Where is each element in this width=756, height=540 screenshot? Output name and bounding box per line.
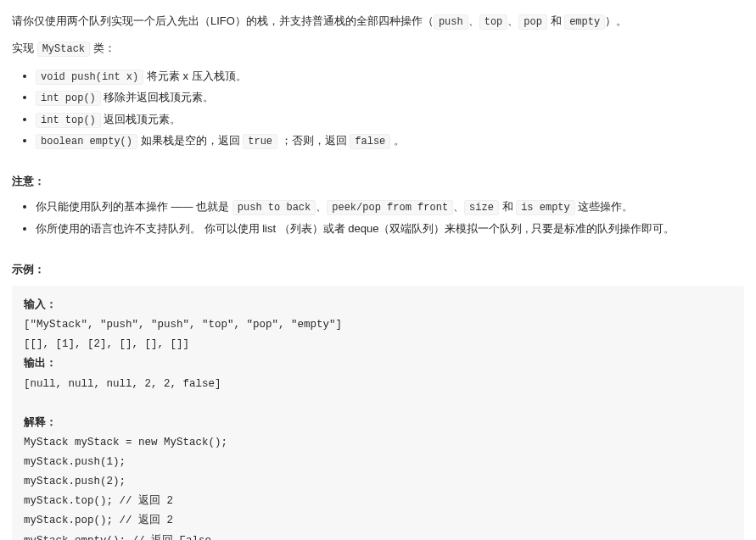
text: 类：: [90, 42, 115, 54]
example-line: myStack.push(2);: [24, 476, 126, 487]
example-line: myStack.empty(); // 返回 False: [24, 535, 211, 540]
text: 实现: [12, 42, 37, 54]
example-line: [[], [1], [2], [], [], []]: [24, 338, 189, 350]
example-line: MyStack myStack = new MyStack();: [24, 437, 227, 448]
list-item: 你所使用的语言也许不支持队列。 你可以使用 list （列表）或者 deque（…: [36, 220, 744, 238]
method-sig: int top(): [36, 113, 101, 128]
text: 、: [507, 14, 518, 27]
text: 。: [390, 134, 405, 147]
methods-list: void push(int x) 将元素 x 压入栈顶。 int pop() 移…: [12, 67, 744, 151]
input-label: 输入：: [24, 299, 57, 311]
output-label: 输出：: [24, 358, 57, 370]
method-sig: int pop(): [36, 91, 101, 106]
text: 这些操作。: [575, 200, 634, 213]
example-title: 示例：: [12, 260, 744, 279]
example-block: 输入： ["MyStack", "push", "push", "top", "…: [12, 286, 744, 540]
text: 和: [499, 200, 516, 213]
note-title: 注意：: [12, 172, 744, 191]
text: 、: [453, 200, 464, 213]
text: ；否则，返回: [277, 134, 350, 147]
code-push: push: [434, 14, 468, 30]
code: is empty: [516, 200, 575, 215]
method-desc: 将元素 x 压入栈顶。: [143, 70, 246, 82]
list-item: boolean empty() 如果栈是空的，返回 true ；否则，返回 fa…: [36, 131, 744, 150]
method-desc: 返回栈顶元素。: [101, 113, 182, 125]
example-line: myStack.pop(); // 返回 2: [24, 515, 173, 526]
example-line: ["MyStack", "push", "push", "top", "pop"…: [24, 319, 342, 331]
method-desc: 移除并返回栈顶元素。: [101, 91, 215, 103]
code: size: [464, 200, 499, 215]
text: 你只能使用队列的基本操作 —— 也就是: [36, 200, 232, 213]
text: 和: [547, 14, 564, 27]
intro-line-1: 请你仅使用两个队列实现一个后入先出（LIFO）的栈，并支持普通栈的全部四种操作（…: [12, 12, 744, 31]
method-sig: boolean empty(): [36, 134, 137, 149]
text: 请你仅使用两个队列实现一个后入先出（LIFO）的栈，并支持普通栈的全部四种操作（: [12, 14, 434, 27]
example-line: myStack.push(1);: [24, 456, 126, 468]
example-line: myStack.top(); // 返回 2: [24, 495, 173, 507]
list-item: 你只能使用队列的基本操作 —— 也就是 push to back、peek/po…: [36, 198, 744, 216]
code-top: top: [479, 14, 508, 30]
code: peek/pop from front: [327, 200, 453, 215]
code-true: true: [243, 134, 277, 149]
method-sig: void push(int x): [36, 70, 143, 85]
list-item: int pop() 移除并返回栈顶元素。: [36, 88, 744, 107]
list-item: void push(int x) 将元素 x 压入栈顶。: [36, 67, 744, 86]
code-false: false: [350, 134, 390, 149]
text: 、: [316, 200, 327, 213]
example-line: [null, null, null, 2, 2, false]: [24, 378, 221, 390]
text: ）。: [605, 14, 627, 27]
code-pop: pop: [518, 14, 547, 30]
explain-label: 解释：: [24, 417, 57, 429]
notes-list: 你只能使用队列的基本操作 —— 也就是 push to back、peek/po…: [12, 198, 744, 237]
list-item: int top() 返回栈顶元素。: [36, 110, 744, 129]
text: 如果栈是空的，返回: [137, 134, 243, 147]
code: push to back: [232, 200, 316, 215]
code-mystack: MyStack: [37, 42, 90, 57]
text: 、: [468, 14, 479, 27]
code-empty: empty: [564, 14, 605, 30]
intro-line-2: 实现 MyStack 类：: [12, 39, 744, 58]
